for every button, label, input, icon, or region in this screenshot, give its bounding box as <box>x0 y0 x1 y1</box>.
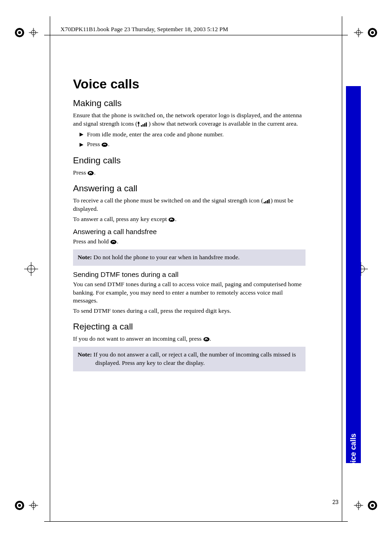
step-item: ▶ From idle mode, enter the area code an… <box>80 130 306 139</box>
svg-point-7 <box>370 30 375 35</box>
svg-point-26 <box>371 504 374 507</box>
crop-mark-icon <box>10 491 38 519</box>
end-key-icon <box>168 217 175 222</box>
end-key-icon <box>203 337 210 342</box>
svg-point-6 <box>368 28 377 37</box>
call-key-icon <box>101 142 108 147</box>
svg-point-5 <box>31 30 36 35</box>
paragraph: To send DTMF tones during a call, press … <box>73 307 306 315</box>
paragraph: Press . <box>73 168 306 177</box>
signal-icon <box>263 198 271 204</box>
svg-rect-31 <box>143 124 144 127</box>
svg-rect-38 <box>267 200 268 203</box>
step-item: ▶ Press . <box>80 140 306 149</box>
heading-ending-calls: Ending calls <box>73 155 306 166</box>
svg-point-8 <box>371 31 374 34</box>
svg-point-20 <box>18 504 21 507</box>
call-key-icon <box>110 240 117 244</box>
svg-rect-32 <box>144 123 145 127</box>
heading-rejecting-call: Rejecting a call <box>73 322 306 332</box>
svg-point-11 <box>356 30 361 35</box>
note-box: Note: If you do not answer a call, or re… <box>73 347 306 371</box>
page-number: 23 <box>332 499 339 505</box>
svg-point-2 <box>18 31 21 34</box>
page-content: Voice calls Making calls Ensure that the… <box>73 77 306 375</box>
svg-rect-36 <box>264 202 265 203</box>
crop-mark-icon <box>10 255 38 283</box>
paragraph: To answer a call, press any key except . <box>73 215 306 223</box>
running-header: X70DPK11B1.book Page 23 Thursday, Septem… <box>60 26 228 33</box>
svg-point-0 <box>15 28 24 37</box>
section-tab-label: Voice calls <box>349 433 358 471</box>
heading-dtmf: Sending DTMF tones during a call <box>73 270 306 278</box>
crop-mark-icon <box>10 19 38 47</box>
svg-point-41 <box>111 240 117 244</box>
svg-point-24 <box>368 501 377 510</box>
end-key-icon <box>87 171 94 175</box>
svg-point-23 <box>31 503 36 508</box>
paragraph: To receive a call the phone must be swit… <box>73 196 306 213</box>
svg-point-25 <box>370 503 375 508</box>
heading-making-calls: Making calls <box>73 98 306 108</box>
svg-point-19 <box>17 503 22 508</box>
note-label: Note: <box>78 254 92 261</box>
note-label: Note: <box>78 351 92 358</box>
note-box: Note: Do not hold the phone to your ear … <box>73 249 306 265</box>
svg-rect-30 <box>141 125 142 127</box>
page-title: Voice calls <box>73 77 306 92</box>
crop-mark-icon <box>354 491 382 519</box>
heading-handsfree: Answering a call handsfree <box>73 228 306 235</box>
paragraph: Ensure that the phone is switched on, th… <box>73 111 306 128</box>
svg-rect-33 <box>146 122 147 127</box>
crop-mark-icon <box>354 19 382 47</box>
svg-point-1 <box>17 30 22 35</box>
paragraph: Press and hold . <box>73 237 306 246</box>
svg-rect-37 <box>265 201 266 203</box>
step-marker-icon: ▶ <box>80 132 83 137</box>
svg-point-18 <box>15 501 24 510</box>
antenna-signal-icon <box>137 121 148 127</box>
paragraph: You can send DTMF tones during a call to… <box>73 280 306 305</box>
section-tab: Voice calls <box>346 86 361 463</box>
svg-point-29 <box>356 503 361 508</box>
paragraph: If you do not want to answer an incoming… <box>73 335 306 343</box>
heading-answering-call: Answering a call <box>73 183 306 194</box>
svg-rect-39 <box>268 199 269 203</box>
svg-point-14 <box>27 265 35 273</box>
step-marker-icon: ▶ <box>80 142 83 147</box>
svg-point-34 <box>102 143 108 147</box>
